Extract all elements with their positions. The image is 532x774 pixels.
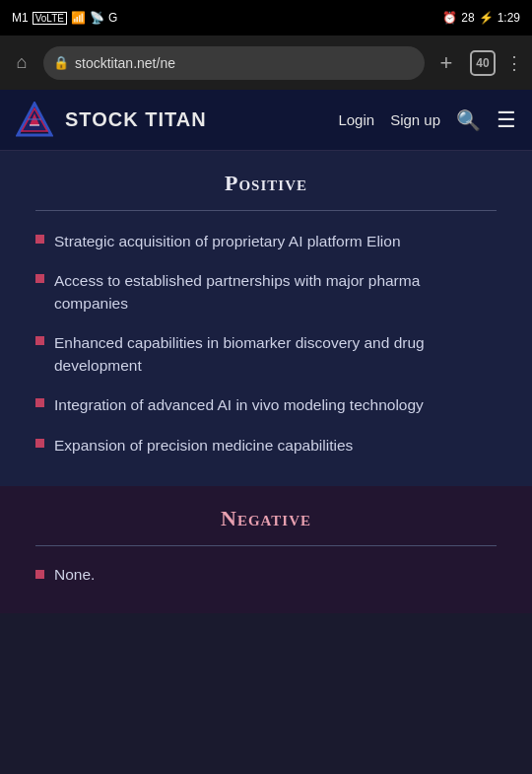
browser-actions: + 40 ⋮: [432, 50, 524, 76]
navbar: STOCK TITAN Login Sign up 🔍 ☰: [0, 90, 532, 151]
tabs-count-button[interactable]: 40: [470, 50, 496, 76]
negative-item-1: None.: [54, 566, 95, 584]
negative-list: None.: [35, 566, 497, 584]
positive-item-1: Strategic acquisition of proprietary AI …: [54, 231, 401, 252]
list-item: Access to established partnerships with …: [35, 270, 497, 315]
signal-icon: 📶: [71, 11, 86, 25]
bullet-icon: [35, 274, 44, 283]
browser-chrome: ⌂ 🔒 stocktitan.net/ne + 40 ⋮: [0, 35, 532, 90]
search-icon[interactable]: 🔍: [456, 108, 481, 132]
status-left: M1 VoLTE 📶 📡 G: [12, 11, 117, 25]
carrier-label: M1: [12, 11, 29, 25]
logo-text: STOCK TITAN: [65, 108, 326, 131]
battery-level: 28: [461, 11, 474, 25]
bullet-icon: [35, 439, 44, 448]
time-display: 1:29: [498, 11, 520, 25]
list-item: Integration of advanced AI in vivo model…: [35, 394, 497, 416]
positive-item-3: Enhanced capabilities in biomarker disco…: [54, 332, 497, 377]
list-item: Enhanced capabilities in biomarker disco…: [35, 332, 497, 377]
positive-title: Positive: [35, 171, 497, 196]
list-item: Strategic acquisition of proprietary AI …: [35, 231, 497, 252]
address-text: stocktitan.net/ne: [75, 55, 415, 71]
wifi-icon: 📡: [90, 11, 104, 25]
nav-links: Login Sign up 🔍 ☰: [338, 107, 516, 133]
positive-section: Positive Strategic acquisition of propri…: [0, 151, 532, 486]
status-bar: M1 VoLTE 📶 📡 G ⏰ 28 ⚡ 1:29: [0, 0, 532, 35]
negative-title: Negative: [35, 506, 497, 531]
positive-list: Strategic acquisition of proprietary AI …: [35, 231, 497, 457]
alarm-icon: ⏰: [442, 11, 457, 25]
bullet-icon: [35, 570, 44, 579]
logo-icon: [16, 102, 53, 139]
status-right: ⏰ 28 ⚡ 1:29: [442, 11, 520, 25]
address-bar[interactable]: 🔒 stocktitan.net/ne: [43, 46, 425, 80]
new-tab-button[interactable]: +: [432, 50, 460, 76]
volte-badge: VoLTE: [33, 12, 67, 25]
positive-item-2: Access to established partnerships with …: [54, 270, 497, 315]
network-icon: G: [108, 11, 117, 25]
hamburger-menu-icon[interactable]: ☰: [497, 107, 516, 133]
bullet-icon: [35, 235, 44, 244]
browser-home-button[interactable]: ⌂: [8, 49, 35, 77]
bullet-icon: [35, 398, 44, 407]
login-link[interactable]: Login: [338, 111, 374, 128]
negative-section: Negative None.: [0, 486, 532, 613]
charging-icon: ⚡: [479, 11, 494, 25]
main-content: Positive Strategic acquisition of propri…: [0, 151, 532, 613]
list-item: Expansion of precision medicine capabili…: [35, 435, 497, 457]
browser-menu-button[interactable]: ⋮: [505, 52, 524, 74]
signup-link[interactable]: Sign up: [390, 111, 440, 128]
positive-item-4: Integration of advanced AI in vivo model…: [54, 394, 424, 416]
security-icon: 🔒: [53, 55, 69, 70]
home-icon: ⌂: [17, 52, 28, 73]
positive-item-5: Expansion of precision medicine capabili…: [54, 435, 353, 457]
negative-divider: [35, 545, 497, 546]
positive-divider: [35, 210, 497, 211]
bullet-icon: [35, 336, 44, 345]
